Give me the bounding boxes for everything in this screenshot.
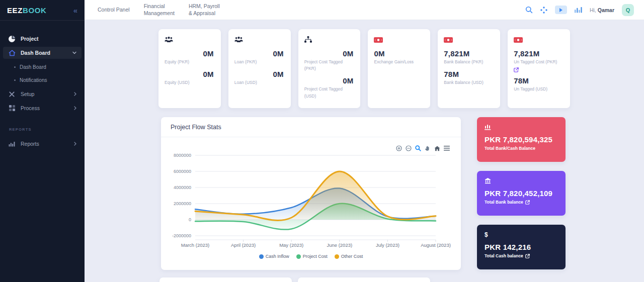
- legend-label: Cash Inflow: [266, 254, 289, 259]
- total-bank-cash-card: PKR 7,820,594,325 Total Bank/Cash Balanc…: [477, 117, 566, 162]
- stat-row: 7,821M Bank Balance (PKR): [444, 49, 494, 65]
- stat-label: Bank Balance (USD): [444, 79, 494, 86]
- topbar-nav: Control Panel Financial Management HRM, …: [85, 3, 220, 17]
- greeting-name: Qamar: [598, 7, 614, 13]
- legend-item[interactable]: Other Cost: [335, 254, 363, 259]
- money-icon: [514, 36, 564, 43]
- sidebar-item-dashboard[interactable]: Dash Board: [3, 47, 82, 59]
- money-icon: [374, 36, 424, 43]
- topbar: Control Panel Financial Management HRM, …: [85, 0, 644, 20]
- total-cash-balance-card: $ PKR 142,216 Total Cash balance: [477, 225, 566, 269]
- avatar[interactable]: Q: [622, 4, 634, 16]
- stat-card-untagged: 7,821M Un Tagged Cost (PKR) 78M Un Tagge…: [508, 29, 570, 108]
- external-link-icon[interactable]: [525, 200, 530, 205]
- logo-text-secondary: BOOK: [23, 6, 46, 15]
- chevron-right-icon: [74, 92, 76, 96]
- sidebar-item-label: Process: [21, 105, 40, 111]
- move-icon[interactable]: [540, 7, 547, 14]
- stats-icon[interactable]: [575, 7, 582, 13]
- sidebar-subitem-dashboard[interactable]: Dash Board: [3, 61, 82, 73]
- stat-card-equity: 0M Equity (PKR) 0M Equity (USD): [158, 29, 221, 108]
- sidebar-item-label: Project: [21, 36, 39, 42]
- chevron-right-icon: [74, 106, 76, 110]
- nav-financial-management[interactable]: Financial Management: [144, 3, 175, 17]
- sidebar: EEZBOOK « Project Dash Board Dash Board: [0, 0, 85, 282]
- stat-value: 7,821M: [514, 49, 564, 58]
- sidebar-subitem-notifications[interactable]: Notifications: [3, 74, 82, 86]
- x-tick-label: July (2023): [376, 242, 399, 248]
- nav-control-panel[interactable]: Control Panel: [98, 7, 130, 14]
- legend-label: Project Cost: [303, 254, 328, 259]
- grid-icon: [8, 105, 16, 111]
- stat-card-loan: 0M Loan (PKR) 0M Loan (USD): [228, 29, 291, 108]
- stat-value: 0M: [374, 49, 424, 58]
- y-tick-label: 0: [189, 217, 191, 222]
- stat-value: 7,821M: [444, 49, 494, 58]
- stat-label: Equity (USD): [165, 79, 215, 86]
- stat-label: Loan (PKR): [234, 59, 285, 65]
- play-button[interactable]: [555, 6, 567, 14]
- sidebar-item-label: Reports: [21, 141, 39, 147]
- external-link-icon[interactable]: [514, 67, 519, 72]
- stat-label: Project Cost Tagged (USD): [304, 86, 355, 99]
- y-tick-label: 4000000: [174, 185, 191, 190]
- stat-value: 0M: [165, 49, 215, 58]
- app-logo[interactable]: EEZBOOK: [7, 6, 46, 15]
- external-link-icon[interactable]: [525, 254, 530, 258]
- sidebar-item-label: Setup: [21, 91, 34, 97]
- sidebar-menu: Project Dash Board Dash Board Notificati…: [0, 21, 85, 150]
- poll-icon: [485, 124, 558, 131]
- chart-legend: Cash InflowProject CostOther Cost: [161, 254, 461, 259]
- sidebar-item-reports[interactable]: Reports: [3, 138, 82, 150]
- greeting-prefix: Hi,: [590, 7, 596, 13]
- stat-row: 0M Exchange Gain/Loss: [374, 49, 424, 65]
- summary-value: PKR 7,820,452,109: [485, 189, 558, 198]
- x-tick-label: April (2023): [231, 242, 256, 248]
- sidebar-item-project[interactable]: Project: [3, 33, 82, 45]
- stat-label: Un Tagged Cost (PKR): [514, 59, 564, 65]
- stat-row: 0M Equity (USD): [165, 70, 215, 86]
- sidebar-collapse-icon[interactable]: «: [73, 6, 77, 15]
- legend-label: Other Cost: [341, 254, 363, 259]
- stat-value: 78M: [444, 70, 494, 78]
- stat-row: 0M Equity (PKR): [165, 49, 215, 65]
- stat-card-project-cost-tagged: 0M Project Cost Tagged (PKR) 0M Project …: [298, 29, 361, 108]
- legend-dot: [296, 254, 301, 259]
- users-icon: [234, 36, 285, 43]
- sidebar-item-label: Dash Board: [21, 50, 50, 56]
- sidebar-header: EEZBOOK «: [0, 0, 85, 21]
- stat-row: 0M Loan (PKR): [234, 49, 285, 65]
- x-tick-label: March (2023): [181, 242, 210, 248]
- stat-row: 0M Project Cost Tagged (PKR): [304, 49, 355, 72]
- summary-cards-column: PKR 7,820,594,325 Total Bank/Cash Balanc…: [477, 117, 566, 278]
- legend-item[interactable]: Cash Inflow: [259, 254, 289, 259]
- sidebar-section-label: REPORTS: [0, 116, 85, 136]
- chart-area[interactable]: 80000006000000400000020000000-2000000Mar…: [167, 146, 455, 255]
- tools-icon: [8, 91, 16, 98]
- sidebar-item-setup[interactable]: Setup: [3, 88, 82, 100]
- nav-label: Control Panel: [98, 7, 130, 14]
- dollar-icon: $: [485, 231, 558, 238]
- x-tick-label: May (2023): [279, 242, 303, 248]
- bar-chart-icon: [8, 141, 16, 147]
- stat-value: 78M: [514, 76, 564, 85]
- stat-card-exchange: 0M Exchange Gain/Loss: [368, 29, 430, 108]
- users-icon: [165, 36, 215, 43]
- nav-hrm-payroll[interactable]: HRM, Payroll & Appraisal: [189, 3, 220, 17]
- sitemap-icon: [304, 36, 355, 43]
- stat-row: 7,821M Un Tagged Cost (PKR): [514, 49, 564, 74]
- total-bank-balance-card: PKR 7,820,452,109 Total Bank balance: [477, 171, 566, 216]
- nav-label: Financial: [144, 3, 175, 10]
- summary-label-text: Total Bank/Cash Balance: [485, 146, 535, 151]
- summary-label: Total Cash balance: [485, 253, 558, 258]
- user-greeting[interactable]: Hi, Qamar: [590, 7, 614, 13]
- home-icon: [8, 50, 16, 56]
- bullet-dot: [14, 79, 16, 81]
- sidebar-item-process[interactable]: Process: [3, 102, 82, 114]
- x-tick-label: August (2023): [421, 242, 451, 248]
- y-tick-label: 8000000: [174, 153, 191, 158]
- legend-item[interactable]: Project Cost: [296, 254, 328, 259]
- search-icon[interactable]: [525, 6, 533, 14]
- sidebar-subitem-label: Dash Board: [20, 64, 46, 70]
- money-icon: [444, 36, 494, 43]
